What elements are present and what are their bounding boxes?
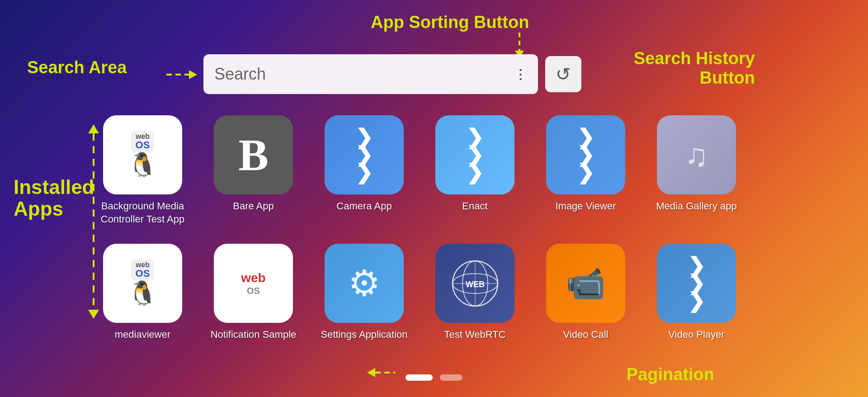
pagination-arrow xyxy=(367,368,395,377)
app-item-bare[interactable]: B Bare App xyxy=(209,115,297,226)
app-icon-bg-media: web OS 🐧 xyxy=(103,115,182,194)
app-label-camera: Camera App xyxy=(336,200,392,213)
bare-letter-icon: B xyxy=(238,129,269,181)
installed-arrow-down xyxy=(88,310,99,319)
search-history-button[interactable]: ↺ xyxy=(545,56,581,92)
chevron-stack-enact: ❯ ❯ ❯ xyxy=(466,128,484,181)
music-note-icon: ♫ xyxy=(684,137,708,173)
videocam-icon: 📹 xyxy=(566,265,605,302)
app-label-settings: Settings Application xyxy=(321,328,407,341)
installed-apps-annotation: InstalledApps xyxy=(14,176,94,220)
app-item-bg-media[interactable]: web OS 🐧 Background Media Controller Tes… xyxy=(99,115,187,226)
webos-text-notification: webOS xyxy=(241,270,265,297)
search-container: Search ⋮ ↺ xyxy=(203,54,581,94)
chevron-enact-3: ❯ xyxy=(466,164,484,181)
sort-dots-button[interactable]: ⋮ xyxy=(514,67,527,82)
app-icon-videocall: 📹 xyxy=(546,244,625,323)
app-label-mediaviewer: mediaviewer xyxy=(115,328,171,341)
history-button-annotation: Search HistoryButton xyxy=(634,49,755,88)
penguin-icon-2: 🐧 xyxy=(128,279,157,307)
os-text: OS xyxy=(136,140,150,150)
app-label-notification: Notification Sample xyxy=(211,328,297,341)
chevron-vp-3: ❯ xyxy=(688,292,705,310)
app-label-enact: Enact xyxy=(462,200,487,213)
sorting-arrow-dashes xyxy=(519,33,520,51)
chevron-stack-vp: ❯ ❯ ❯ xyxy=(688,257,705,310)
app-item-videocall[interactable]: 📹 Video Call xyxy=(542,244,630,341)
app-icon-webrtc: WEB xyxy=(435,244,514,323)
app-icon-settings: ⚙ xyxy=(325,244,404,323)
globe-svg: WEB xyxy=(448,256,502,311)
sorting-annotation-text: App Sorting Button xyxy=(371,13,529,32)
apps-grid: web OS 🐧 Background Media Controller Tes… xyxy=(99,115,741,341)
app-label-webrtc: Test WebRTC xyxy=(444,328,505,341)
app-item-mediaviewer[interactable]: web OS 🐧 mediaviewer xyxy=(99,244,187,341)
installed-arrow-dashes xyxy=(93,133,94,310)
search-area-arrow-head xyxy=(189,70,197,79)
pagination-arrow-line xyxy=(375,372,395,373)
app-item-enact[interactable]: ❯ ❯ ❯ Enact xyxy=(431,115,519,226)
search-area-text: Search Area xyxy=(27,58,127,77)
pagination-arrow-head xyxy=(367,368,375,377)
app-item-settings[interactable]: ⚙ Settings Application xyxy=(320,244,408,341)
app-label-bg-media: Background Media Controller Test App xyxy=(99,200,187,226)
app-icon-videoplayer: ❯ ❯ ❯ xyxy=(657,244,736,323)
app-icon-media-gallery: ♫ xyxy=(657,115,736,194)
app-label-image-viewer: Image Viewer xyxy=(555,200,616,213)
installed-apps-arrow xyxy=(88,124,99,319)
app-item-videoplayer[interactable]: ❯ ❯ ❯ Video Player xyxy=(652,244,741,341)
app-label-videoplayer: Video Player xyxy=(668,328,724,341)
app-icon-enact: ❯ ❯ ❯ xyxy=(435,115,514,194)
app-icon-camera: ❯ ❯ ❯ xyxy=(325,115,404,194)
history-icon: ↺ xyxy=(556,64,571,85)
webos-badge-2: web OS xyxy=(131,260,155,280)
chevron-iv-3: ❯ xyxy=(577,164,594,181)
penguin-icon: 🐧 xyxy=(128,151,157,179)
search-bar[interactable]: Search ⋮ xyxy=(203,54,538,94)
app-icon-bare: B xyxy=(214,115,293,194)
search-area-arrow xyxy=(166,70,197,79)
installed-arrow-up xyxy=(88,124,99,133)
app-item-image-viewer[interactable]: ❯ ❯ ❯ Image Viewer xyxy=(542,115,630,226)
gear-settings-icon: ⚙ xyxy=(348,262,381,304)
svg-text:WEB: WEB xyxy=(466,280,485,289)
app-item-camera[interactable]: ❯ ❯ ❯ Camera App xyxy=(320,115,408,226)
pagination xyxy=(406,374,462,381)
webos-badge: web OS xyxy=(131,131,155,152)
page-dot-1[interactable] xyxy=(406,374,433,381)
chevron-stack-camera: ❯ ❯ ❯ xyxy=(355,128,373,181)
search-area-annotation: Search Area xyxy=(27,58,127,77)
pagination-annotation-text: Pagination xyxy=(627,365,714,384)
pagination-annotation: Pagination xyxy=(627,365,714,384)
app-item-notification[interactable]: webOS Notification Sample xyxy=(209,244,297,341)
app-label-media-gallery: Media Gallery app xyxy=(656,200,737,213)
sorting-button-annotation: App Sorting Button xyxy=(371,13,529,32)
chevron-stack-imageviewer: ❯ ❯ ❯ xyxy=(577,128,594,181)
app-icon-mediaviewer: web OS 🐧 xyxy=(103,244,182,323)
app-item-media-gallery[interactable]: ♫ Media Gallery app xyxy=(652,115,741,226)
app-label-videocall: Video Call xyxy=(563,328,609,341)
app-icon-notification: webOS xyxy=(214,244,293,323)
search-input[interactable]: Search xyxy=(214,65,514,84)
app-item-webrtc[interactable]: WEB Test WebRTC xyxy=(431,244,519,341)
app-label-bare: Bare App xyxy=(233,200,274,213)
page-dot-2[interactable] xyxy=(440,374,462,381)
app-icon-image-viewer: ❯ ❯ ❯ xyxy=(546,115,625,194)
os-text-2: OS xyxy=(136,269,150,279)
search-area-arrow-line xyxy=(166,74,189,76)
chevron-3: ❯ xyxy=(355,164,373,181)
